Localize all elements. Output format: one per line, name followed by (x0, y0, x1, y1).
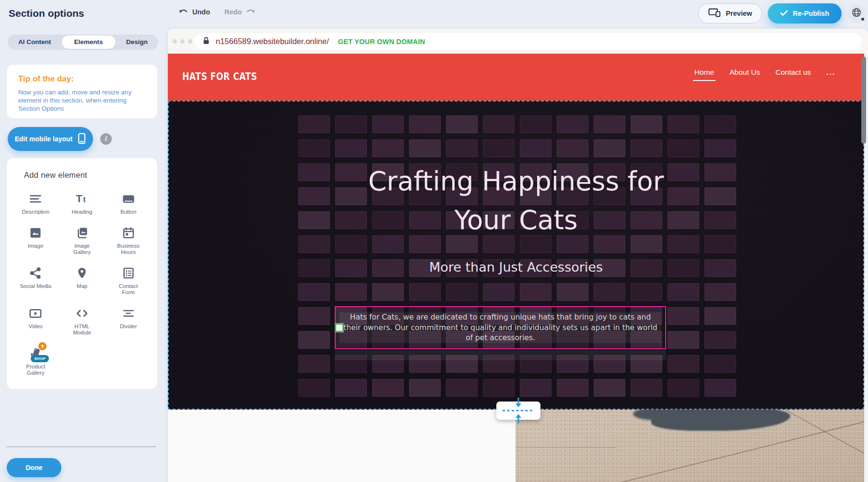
hero-paragraph[interactable]: Hats for Cats, we are dedicated to craft… (341, 312, 659, 344)
mosaic-tile (557, 379, 588, 397)
window-dots-icon (173, 39, 192, 44)
mosaic-tile (631, 115, 662, 133)
mosaic-tile (520, 379, 551, 397)
undo-button[interactable]: Undo (178, 8, 210, 16)
element-html-module[interactable]: HTML Module (59, 302, 106, 339)
element-business-hours[interactable]: Business Hours (105, 221, 152, 259)
mosaic-tile (483, 115, 515, 133)
mosaic-tile (668, 355, 699, 373)
shop-badge: SHOP (31, 355, 49, 362)
paragraph-selection-box[interactable]: Hats for Cats, we are dedicated to craft… (335, 306, 666, 349)
mosaic-tile (409, 139, 441, 157)
site-header[interactable]: HATS FOR CATS HomeAbout UsContact us... (168, 54, 864, 101)
mosaic-tile (483, 283, 515, 301)
tile-seam (785, 410, 864, 461)
redo-label: Redo (224, 8, 242, 16)
mosaic-tile (335, 115, 367, 133)
redo-icon (246, 8, 256, 16)
mobile-phone-icon (78, 133, 86, 146)
mosaic-tile (557, 139, 588, 157)
image-gallery-icon (75, 226, 89, 240)
mosaic-tile (594, 379, 625, 397)
redo-button[interactable]: Redo (224, 8, 256, 16)
element-label: Description (22, 209, 50, 216)
site-nav: HomeAbout UsContact us... (694, 68, 835, 81)
tab-elements[interactable]: Elements (62, 35, 116, 49)
nav-contact-us[interactable]: Contact us (775, 68, 811, 81)
checkmark-icon (780, 10, 788, 17)
nav-about-us[interactable]: About Us (729, 68, 760, 81)
history-controls: Undo Redo (178, 8, 256, 16)
element-grid: DescriptionTtHeadingButtonImageImage Gal… (12, 187, 152, 379)
nav-home[interactable]: Home (694, 68, 714, 81)
hero-heading[interactable]: Crafting Happiness for Your Cats (169, 162, 863, 240)
image-icon (29, 226, 42, 240)
mosaic-tile (704, 307, 736, 325)
element-image-gallery[interactable]: Image Gallery (59, 221, 106, 259)
done-button[interactable]: Done (7, 458, 61, 477)
element-image[interactable]: Image (12, 221, 59, 259)
mosaic-tile (631, 139, 662, 157)
language-globe-button[interactable] (847, 4, 866, 23)
element-product-gallery[interactable]: SHOPProduct Gallery (12, 342, 59, 379)
element-social-media[interactable]: Social Media (12, 262, 59, 299)
mosaic-tile (335, 139, 367, 157)
site-logo[interactable]: HATS FOR CATS (182, 71, 257, 82)
mosaic-tile (594, 283, 625, 301)
hero-section[interactable]: Crafting Happiness for Your Cats More th… (168, 101, 864, 410)
tip-body: Now you can add, move and resize any ele… (18, 88, 146, 113)
element-heading[interactable]: TtHeading (59, 187, 106, 218)
element-video[interactable]: Video (12, 302, 59, 339)
mosaic-tile (668, 379, 699, 397)
mosaic-tile (594, 139, 625, 157)
globe-icon (851, 7, 862, 20)
heading-icon: Tt (75, 192, 89, 206)
site-viewport: HATS FOR CATS HomeAbout UsContact us... … (168, 54, 868, 482)
mosaic-tile (704, 139, 736, 157)
mosaic-tile (668, 139, 699, 157)
mosaic-tile (446, 379, 478, 397)
mosaic-tile (298, 307, 330, 325)
resize-handle-left[interactable] (335, 323, 344, 333)
republish-label: Re-Publish (793, 10, 829, 17)
globe-notification-dot (861, 17, 865, 21)
mosaic-tile (704, 283, 736, 301)
section-resize-handle[interactable] (496, 402, 540, 420)
add-element-title: Add new element (24, 171, 152, 180)
preview-scrollbar[interactable] (861, 57, 866, 144)
element-contact-form[interactable]: Contact Form (105, 262, 152, 299)
mosaic-tile (372, 379, 404, 397)
product-gallery-icon: SHOP (29, 347, 42, 360)
element-label: Business Hours (113, 243, 144, 256)
mosaic-tile (298, 379, 330, 397)
preview-button[interactable]: Preview (698, 3, 762, 23)
mosaic-tile (335, 283, 367, 301)
element-map[interactable]: Map (59, 262, 106, 299)
republish-button[interactable]: Re-Publish (768, 3, 842, 23)
element-divider[interactable]: Divider (105, 302, 152, 339)
page-title: Section options (9, 8, 84, 19)
add-element-panel: Add new element DescriptionTtHeadingButt… (7, 158, 157, 389)
mosaic-tile (668, 115, 699, 133)
tab-ai-content[interactable]: AI Content (12, 35, 58, 49)
publish-controls: Preview Re-Publish (698, 3, 866, 23)
mosaic-tile (668, 283, 699, 301)
mosaic-tile (446, 139, 478, 157)
info-icon[interactable]: i (100, 133, 112, 145)
mosaic-tile (520, 139, 551, 157)
element-description[interactable]: Description (12, 187, 59, 218)
tab-design[interactable]: Design (119, 35, 154, 49)
element-button[interactable]: Button (105, 187, 152, 218)
element-label: Map (77, 283, 87, 290)
get-your-own-domain-link[interactable]: GET YOUR OWN DOMAIN (338, 38, 425, 46)
html-module-icon (75, 307, 89, 320)
url-bar[interactable]: n1566589.websitebuilder.online/ GET YOUR… (194, 33, 862, 50)
lock-icon (202, 36, 211, 47)
panel-tabs: AI ContentElementsDesign (8, 34, 158, 50)
nav-more-menu[interactable]: ... (826, 68, 835, 81)
mosaic-tile (704, 331, 736, 349)
mosaic-tile (483, 379, 515, 397)
element-label: Product Gallery (20, 364, 51, 377)
hero-subheading[interactable]: More than Just Accessories (169, 260, 863, 275)
edit-mobile-layout-button[interactable]: Edit mobile layout (8, 127, 93, 151)
